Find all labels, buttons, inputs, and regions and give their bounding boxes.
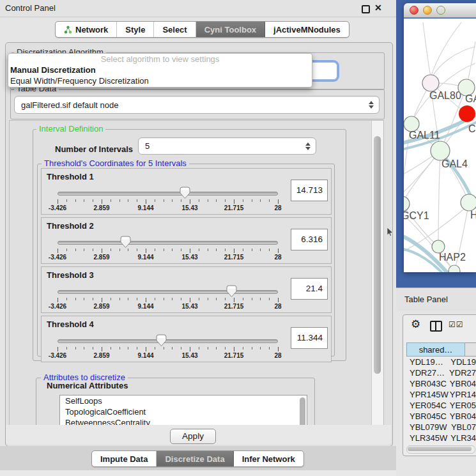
network-node-gal4[interactable] bbox=[431, 141, 450, 160]
table-row[interactable]: YLR345WYLR34 bbox=[406, 433, 476, 443]
screen: Control Panel ✕ NetworkStyleSelectCyni T… bbox=[0, 0, 476, 476]
tab-jactivemnodules[interactable]: jActiveMNodules bbox=[265, 22, 349, 37]
tab-label: jActiveMNodules bbox=[273, 25, 341, 35]
threshold-value-field[interactable]: 14.713 bbox=[291, 180, 328, 201]
number-of-intervals-spinner[interactable]: 5 bbox=[138, 137, 316, 155]
slider-track bbox=[58, 339, 278, 343]
tab-label: Impute Data bbox=[100, 454, 148, 464]
slider-tick bbox=[102, 347, 102, 351]
vertical-scrollbar[interactable] bbox=[371, 121, 383, 425]
network-node-gal80[interactable] bbox=[422, 75, 439, 91]
column-header-1[interactable]: shared… bbox=[406, 342, 465, 357]
slider-thumb[interactable] bbox=[226, 285, 237, 298]
slider-tick bbox=[252, 347, 252, 349]
slider-tick bbox=[208, 199, 208, 202]
network-edge[interactable] bbox=[431, 22, 461, 77]
slider-tick bbox=[66, 298, 67, 300]
column-header-2[interactable]: na bbox=[465, 342, 476, 357]
network-node-gcy1[interactable] bbox=[404, 196, 410, 211]
cell-shared-name: YDR27… bbox=[406, 367, 449, 378]
network-node-c[interactable] bbox=[459, 105, 475, 122]
slider-thumb[interactable] bbox=[180, 187, 190, 199]
slider-tick-label: -3.426 bbox=[49, 352, 66, 359]
slider-tick bbox=[190, 298, 190, 302]
table-row[interactable]: YBR043CYBR04 bbox=[406, 378, 476, 389]
slider-tick-label: -3.426 bbox=[49, 204, 66, 211]
cell-name: YER05 bbox=[450, 400, 476, 411]
checkbox-icons[interactable]: ☑☑ bbox=[449, 320, 464, 329]
control-panel-titlebar: Control Panel ✕ bbox=[0, 0, 396, 17]
cell-shared-name: YLR345W bbox=[406, 433, 450, 443]
tab-label: Cyni Toolbox bbox=[204, 25, 256, 35]
slider-tick bbox=[111, 199, 111, 202]
gear-icon[interactable]: ⚙ bbox=[411, 319, 420, 330]
horizontal-scrollbar-thumb[interactable] bbox=[408, 447, 472, 451]
slider-tick bbox=[119, 347, 120, 349]
table-row[interactable]: YPR145WYPR14 bbox=[406, 389, 476, 400]
network-graph: GAL80GACGAL11GAL4GCY1HHAP2 bbox=[404, 19, 476, 272]
dropdown-option-manual-discretization[interactable]: Manual Discretization bbox=[8, 65, 312, 75]
attribute-item-selfloops[interactable]: SelfLoops bbox=[60, 395, 307, 406]
threshold-value-field[interactable]: 21.4 bbox=[291, 278, 328, 300]
horizontal-scrollbar[interactable] bbox=[406, 445, 475, 454]
tab-infer-network[interactable]: Infer Network bbox=[234, 451, 303, 466]
slider-tick bbox=[128, 249, 128, 251]
tab-impute-data[interactable]: Impute Data bbox=[92, 451, 157, 466]
attribute-item-topologicalcoefficient[interactable]: TopologicalCoefficient bbox=[60, 406, 307, 417]
threshold-slider[interactable]: -3.4262.8599.14415.4321.71528 bbox=[58, 336, 278, 360]
dropdown-option-equal-width-frequency-discretization[interactable]: Equal Width/Frequency Discretization bbox=[8, 75, 312, 86]
network-canvas[interactable]: GAL80GACGAL11GAL4GCY1HHAP2 bbox=[404, 19, 476, 272]
column-layout-icon[interactable] bbox=[430, 321, 442, 332]
table-row[interactable]: YDR27…YDR27 bbox=[406, 367, 476, 378]
table-row[interactable]: YER054CYER05 bbox=[406, 400, 476, 411]
slider-tick bbox=[146, 347, 146, 351]
apply-button[interactable]: Apply bbox=[170, 429, 216, 444]
slider-tick bbox=[260, 347, 261, 349]
threshold-slider[interactable]: -3.4262.8599.14415.4321.71528 bbox=[58, 238, 278, 262]
close-traffic-light-icon[interactable] bbox=[410, 6, 418, 15]
network-edge[interactable] bbox=[438, 151, 440, 247]
slider-tick bbox=[84, 298, 84, 300]
slider-thumb[interactable] bbox=[120, 236, 131, 249]
network-node-label: GA bbox=[465, 93, 476, 104]
network-icon bbox=[64, 26, 72, 34]
threshold-value-field[interactable]: 11.344 bbox=[291, 327, 328, 349]
tab-label: Select bbox=[162, 25, 187, 35]
table-row[interactable]: YBR045CYBR04 bbox=[406, 411, 476, 422]
close-icon[interactable]: ✕ bbox=[374, 3, 382, 13]
slider-tick bbox=[234, 298, 234, 302]
table-row[interactable]: YBL079WYBL07 bbox=[406, 422, 476, 433]
slider-tick bbox=[278, 199, 279, 204]
tab-select[interactable]: Select bbox=[154, 22, 196, 37]
threshold-slider[interactable]: -3.4262.8599.14415.4321.71528 bbox=[58, 287, 278, 311]
network-edge[interactable] bbox=[423, 22, 431, 77]
tab-style[interactable]: Style bbox=[117, 22, 154, 37]
network-node-h[interactable] bbox=[461, 194, 476, 211]
tab-discretize-data[interactable]: Discretize Data bbox=[157, 451, 233, 466]
slider-thumb[interactable] bbox=[156, 334, 167, 347]
threshold-value-field[interactable]: 6.316 bbox=[291, 229, 328, 250]
slider-tick bbox=[181, 347, 181, 349]
network-window-titlebar[interactable] bbox=[404, 3, 476, 18]
minimize-traffic-light-icon[interactable] bbox=[423, 6, 432, 15]
table-row[interactable]: YDL19…YDL19 bbox=[406, 357, 476, 367]
cell-name: YBR04 bbox=[450, 378, 476, 389]
table-row[interactable]: YIL052CYIL05 bbox=[406, 443, 476, 445]
cell-shared-name: YDL19… bbox=[406, 357, 450, 367]
table-data-combobox[interactable]: galFiltered.sif default node bbox=[14, 96, 380, 114]
network-node-hap2[interactable] bbox=[432, 240, 445, 253]
list-scrollbar-thumb[interactable] bbox=[300, 397, 305, 426]
numerical-attributes-list[interactable]: SelfLoopsTopologicalCoefficientBetweenne… bbox=[59, 395, 307, 426]
slider-tick bbox=[190, 199, 190, 204]
float-window-icon[interactable] bbox=[362, 5, 370, 13]
tab-cyni-toolbox[interactable]: Cyni Toolbox bbox=[196, 22, 265, 37]
network-edge[interactable] bbox=[432, 47, 475, 77]
vertical-scrollbar-thumb[interactable] bbox=[374, 136, 381, 374]
slider-tick-label: 9.144 bbox=[137, 352, 153, 359]
zoom-traffic-light-icon[interactable] bbox=[436, 6, 445, 15]
slider-track bbox=[58, 290, 278, 294]
tab-label: Discretize Data bbox=[165, 454, 224, 464]
threshold-slider[interactable]: -3.4262.8599.14415.4321.71528 bbox=[58, 188, 278, 213]
tab-network[interactable]: Network bbox=[56, 22, 117, 37]
slider-tick bbox=[66, 249, 67, 251]
